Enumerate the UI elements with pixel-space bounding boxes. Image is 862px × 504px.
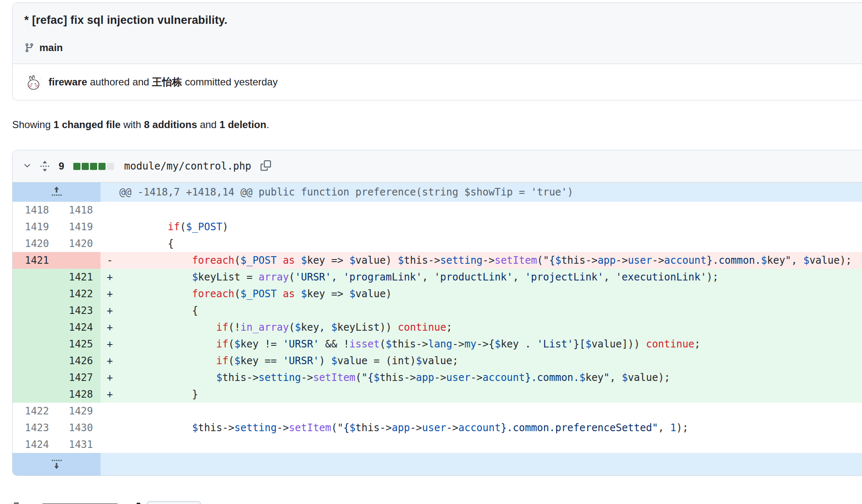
collapse-file-button[interactable] <box>23 161 32 172</box>
code-token: app <box>598 255 616 266</box>
new-line-number[interactable]: 1427 <box>57 369 101 386</box>
copy-file-path-button[interactable] <box>261 160 271 172</box>
new-line-number[interactable]: 1429 <box>57 403 101 419</box>
old-line-number[interactable] <box>13 285 57 302</box>
code-cell: + if(!in_array($key, $keyList)) continue… <box>101 319 862 336</box>
diff-sign: + <box>101 302 119 319</box>
code-token: $ <box>579 372 585 383</box>
code-token: ])) <box>622 338 646 350</box>
code-token: $_POST <box>240 288 277 300</box>
code-token: { <box>119 305 198 316</box>
code-token: value <box>356 255 386 266</box>
old-line-number[interactable] <box>13 302 57 319</box>
new-line-number[interactable]: 1430 <box>57 419 101 436</box>
hunk-header-row: @@ -1418,7 +1418,14 @@ public function p… <box>13 183 862 202</box>
file-name-link[interactable]: module/my/control.php <box>124 160 251 172</box>
code-token: 'programLink' <box>343 271 422 283</box>
diffstat-added-block <box>73 163 80 170</box>
new-line-number[interactable]: 1425 <box>57 336 101 352</box>
branch-row[interactable]: main <box>24 42 862 54</box>
new-line-number[interactable]: 1421 <box>57 269 101 285</box>
old-line-number[interactable]: 1424 <box>13 436 57 453</box>
diff-sign: + <box>101 352 119 369</box>
expand-hunk-down-button[interactable] <box>13 453 101 476</box>
old-line-number[interactable] <box>13 386 57 403</box>
author-name[interactable]: fireware <box>49 76 87 87</box>
code-token: -> <box>652 255 664 266</box>
code-token: my <box>465 338 477 350</box>
new-line-number[interactable]: 1418 <box>57 202 101 219</box>
code-token: value <box>809 255 839 266</box>
drag-handle-icon[interactable] <box>39 160 50 172</box>
old-line-number[interactable]: 1419 <box>13 219 57 235</box>
new-line-number[interactable]: 1431 <box>57 436 101 453</box>
old-line-number[interactable] <box>13 352 57 369</box>
code-token: -> <box>452 338 465 350</box>
code-token: ); <box>840 255 852 266</box>
diff-summary: Showing 1 changed file with 8 additions … <box>12 119 862 131</box>
code-token: ( <box>235 288 240 300</box>
diff-table: @@ -1418,7 +1418,14 @@ public function p… <box>13 183 862 476</box>
old-line-number[interactable]: 1421 <box>13 252 57 269</box>
clipped-caret-icon <box>14 502 19 504</box>
diff-sign: + <box>101 336 119 352</box>
old-line-number[interactable]: 1422 <box>13 403 57 419</box>
code-token: && ! <box>319 338 349 350</box>
code-token: -> <box>277 422 289 434</box>
code-token: 'URSR' <box>295 271 331 283</box>
old-line-number[interactable] <box>13 319 57 336</box>
diffstat-added-block <box>82 163 89 170</box>
code-token: $_POST <box>186 221 222 233</box>
summary-period: . <box>266 119 269 130</box>
code-cell: + { <box>101 302 862 319</box>
new-line-number[interactable]: 1422 <box>57 285 101 302</box>
clipped-footer-button[interactable] <box>147 501 201 504</box>
code-token: ) <box>319 355 331 367</box>
old-line-number[interactable] <box>13 269 57 285</box>
new-line-number[interactable] <box>57 252 101 269</box>
code-token: ( <box>537 255 543 266</box>
code-cell: - foreach($_POST as $key => $value) $thi… <box>101 252 862 269</box>
code-token: ( <box>379 338 385 350</box>
branch-name[interactable]: main <box>39 42 63 54</box>
code-token: != <box>258 338 283 350</box>
old-line-number[interactable]: 1423 <box>13 419 57 436</box>
committer-name[interactable]: 王怡栋 <box>152 76 182 87</box>
code-token: , <box>319 321 331 333</box>
code-token: foreach <box>192 255 234 266</box>
new-line-number[interactable]: 1424 <box>57 319 101 336</box>
new-line-number[interactable]: 1428 <box>57 386 101 403</box>
diff-sign: + <box>101 386 119 403</box>
diff-line: 14241431 <box>13 436 862 453</box>
code-token: keyList <box>198 271 240 283</box>
new-line-number[interactable]: 1420 <box>57 235 101 252</box>
code-token: key <box>307 288 325 300</box>
code-token: ( <box>289 321 295 333</box>
old-line-number[interactable] <box>13 369 57 386</box>
code-cell <box>101 403 862 419</box>
code-cell: + foreach($_POST as $key => $value) <box>101 285 862 302</box>
code-token: ; <box>446 321 452 333</box>
diff-sign: + <box>101 285 119 302</box>
old-line-number[interactable]: 1418 <box>13 202 57 219</box>
diff-line: 14191419 if($_POST) <box>13 219 862 235</box>
diff-sign: + <box>101 269 119 285</box>
new-line-number[interactable]: 1419 <box>57 219 101 235</box>
code-token: $ <box>374 372 379 383</box>
code-token: this-> <box>222 372 259 383</box>
diff-sign: + <box>101 319 119 336</box>
old-line-number[interactable]: 1420 <box>13 235 57 252</box>
new-line-number[interactable]: 1423 <box>57 302 101 319</box>
diff-lines: 1418141814191419 if($_POST)14201420 {142… <box>13 202 862 453</box>
old-line-number[interactable] <box>13 336 57 352</box>
copy-icon <box>261 160 271 172</box>
author-avatar[interactable] <box>24 73 42 91</box>
new-line-number[interactable]: 1426 <box>57 352 101 369</box>
code-token: )) <box>379 321 397 333</box>
code-token: account <box>483 372 525 383</box>
code-token: $_POST <box>240 255 277 266</box>
clipped-footer <box>0 500 862 504</box>
diff-line: 1424+ if(!in_array($key, $keyList)) cont… <box>13 319 862 336</box>
code-token: $ <box>235 355 240 367</box>
expand-hunk-up-button[interactable] <box>13 183 101 202</box>
